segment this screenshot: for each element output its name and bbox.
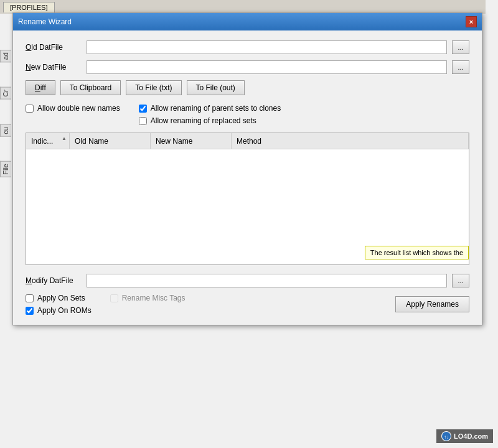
table-tooltip: The result list which shows the [365, 246, 469, 259]
allow-double-names-row: Allow double new names [26, 104, 120, 113]
rename-wizard-dialog: Rename Wizard × Old DatFile ... New DatF… [12, 12, 482, 325]
close-button[interactable]: × [466, 16, 477, 27]
new-datfile-input[interactable] [87, 60, 447, 74]
apply-on-sets-row: Apply On Sets [26, 294, 92, 302]
bg-tab-bar: [PROFILES] [0, 0, 486, 14]
col-old-name: Old Name [70, 133, 151, 149]
old-datfile-row: Old DatFile ... [26, 40, 469, 54]
sort-arrow-icon: ▲ [62, 136, 67, 141]
side-label-cr: Cr [0, 87, 11, 100]
to-file-txt-button[interactable]: To File (txt) [126, 80, 181, 95]
side-label-cu: cu [0, 124, 11, 137]
allow-renaming-parent-label[interactable]: Allow renaming of parent sets to clones [151, 104, 281, 113]
col-new-name: New Name [151, 133, 232, 149]
bottom-row: Apply On Sets Apply On ROMs Rename Misc … [26, 294, 469, 315]
svg-text:↑↓: ↑↓ [444, 434, 449, 440]
allow-renaming-replaced-checkbox[interactable] [139, 117, 147, 125]
allow-renaming-parent-row: Allow renaming of parent sets to clones [139, 104, 281, 113]
new-datfile-row: New DatFile ... [26, 60, 469, 74]
rename-misc-tags-label: Rename Misc Tags [122, 294, 186, 302]
apply-on-roms-checkbox[interactable] [26, 307, 34, 315]
lo4d-text: LO4D.com [454, 432, 488, 440]
col-method: Method [232, 133, 469, 149]
modify-datfile-browse-button[interactable]: ... [452, 274, 469, 287]
left-checkbox-group: Allow double new names [26, 104, 120, 125]
apply-renames-button[interactable]: Apply Renames [395, 296, 469, 312]
rename-misc-tags-checkbox[interactable] [110, 294, 118, 302]
side-label-container: ad Cr cu File [0, 50, 11, 177]
allow-renaming-replaced-label[interactable]: Allow renaming of replaced sets [151, 116, 256, 125]
allow-renaming-replaced-row: Allow renaming of replaced sets [139, 116, 281, 125]
bg-tab-profiles[interactable]: [PROFILES] [3, 2, 55, 12]
old-datfile-label: Old DatFile [26, 43, 82, 52]
lo4d-watermark: ↑↓ LO4D.com [436, 429, 493, 443]
old-datfile-browse-button[interactable]: ... [452, 40, 469, 54]
allow-double-names-checkbox[interactable] [26, 105, 34, 113]
side-label-ad: ad [0, 50, 11, 62]
apply-on-roms-row: Apply On ROMs [26, 306, 92, 315]
apply-on-sets-label[interactable]: Apply On Sets [37, 294, 85, 302]
bottom-left-checkboxes: Apply On Sets Apply On ROMs [26, 294, 92, 315]
to-clipboard-button[interactable]: To Clipboard [60, 80, 121, 95]
dialog-content: Old DatFile ... New DatFile ... Diff To … [13, 30, 482, 325]
allow-renaming-parent-checkbox[interactable] [139, 105, 147, 113]
options-checkboxes-area: Allow double new names Allow renaming of… [26, 104, 469, 125]
table-body: The result list which shows the [26, 149, 469, 264]
modify-datfile-row: Modify DatFile ... [26, 274, 469, 287]
allow-double-names-label[interactable]: Allow double new names [37, 104, 120, 113]
new-datfile-browse-button[interactable]: ... [452, 60, 469, 74]
apply-on-sets-checkbox[interactable] [26, 294, 34, 302]
col-indic: Indic... ▲ [26, 133, 70, 149]
old-datfile-input[interactable] [87, 40, 447, 54]
diff-button[interactable]: Diff [26, 80, 55, 95]
to-file-out-button[interactable]: To File (out) [187, 80, 245, 95]
result-table-container: Indic... ▲ Old Name New Name Method The … [26, 133, 469, 265]
bottom-right-checkboxes: Rename Misc Tags [110, 294, 186, 302]
modify-datfile-label: Modify DatFile [26, 276, 82, 285]
modify-datfile-input[interactable] [87, 274, 447, 287]
apply-on-roms-label[interactable]: Apply On ROMs [37, 306, 92, 315]
rename-misc-tags-row: Rename Misc Tags [110, 294, 186, 302]
new-datfile-label: New DatFile [26, 63, 82, 72]
side-label-file: File [0, 161, 11, 177]
lo4d-icon: ↑↓ [441, 431, 451, 441]
dialog-titlebar: Rename Wizard × [13, 13, 482, 30]
right-checkbox-group: Allow renaming of parent sets to clones … [139, 104, 281, 125]
action-buttons-row: Diff To Clipboard To File (txt) To File … [26, 80, 469, 95]
table-header: Indic... ▲ Old Name New Name Method [26, 133, 469, 149]
bottom-checkboxes-area: Apply On Sets Apply On ROMs Rename Misc … [26, 294, 186, 315]
dialog-title: Rename Wizard [18, 17, 72, 26]
